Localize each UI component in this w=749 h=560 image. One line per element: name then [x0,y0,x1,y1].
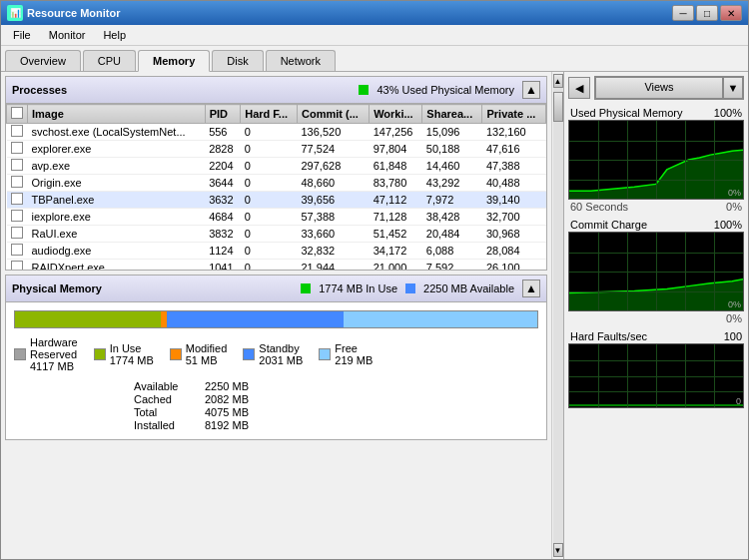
row-shared: 38,428 [422,209,482,226]
table-row[interactable]: Origin.exe 3644 0 48,660 83,780 43,292 4… [7,175,546,192]
table-row[interactable]: explorer.exe 2828 0 77,524 97,804 50,188… [7,141,546,158]
row-hard: 0 [241,175,298,192]
row-checkbox[interactable] [11,261,23,270]
close-button[interactable]: ✕ [720,5,742,21]
row-checkbox[interactable] [11,210,23,222]
grid3-v1 [598,344,599,407]
processes-header: Processes 43% Used Physical Memory ▲ [6,77,546,104]
row-checkbox[interactable] [11,244,23,256]
col-check[interactable] [7,105,28,124]
chart3-percent-top: 100 [724,330,742,342]
physical-collapse[interactable]: ▲ [522,280,540,297]
menu-bar: File Monitor Help [1,25,748,46]
views-button[interactable]: Views [595,77,723,99]
table-row[interactable]: TBPanel.exe 3632 0 39,656 47,112 7,972 3… [7,192,546,209]
tab-cpu[interactable]: CPU [83,50,136,71]
menu-file[interactable]: File [5,27,39,43]
col-hard[interactable]: Hard F... [241,105,298,124]
row-hard: 0 [241,124,298,141]
row-hard: 0 [241,260,298,271]
chart3-label-row: Hard Faults/sec 100 [568,329,744,343]
row-working: 47,112 [370,192,422,209]
free-legend-value: 219 MB [335,354,373,366]
chart2-area: 0% [568,232,744,311]
menu-help[interactable]: Help [95,27,134,43]
tab-network[interactable]: Network [266,50,336,71]
physical-memory-section: Physical Memory 1774 MB In Use 2250 MB A… [5,275,547,440]
row-working: 147,256 [370,124,422,141]
table-row[interactable]: audiodg.exe 1124 0 32,832 34,172 6,088 2… [7,243,546,260]
table-row[interactable]: iexplore.exe 4684 0 57,388 71,128 38,428… [7,209,546,226]
left-scrollbar[interactable]: ▲ ▼ [551,72,563,559]
modified-legend-label: Modified [186,342,228,354]
row-pid: 2204 [205,158,241,175]
processes-section: Processes 43% Used Physical Memory ▲ Ima [5,76,547,271]
stat-available-label: Available [134,380,204,392]
row-working: 21,000 [370,260,422,271]
scroll-down[interactable]: ▼ [553,543,563,557]
grid3-v4 [685,344,686,407]
grid2-v2 [627,233,628,310]
views-dropdown[interactable]: ▼ [723,77,743,99]
row-check[interactable] [7,226,28,243]
row-check[interactable] [7,243,28,260]
tab-overview[interactable]: Overview [5,50,81,71]
row-checkbox[interactable] [11,176,23,188]
free-color [319,348,331,360]
col-private[interactable]: Private ... [482,105,546,124]
processes-table-container[interactable]: Image PID Hard F... Commit (... Worki...… [6,104,546,270]
row-checkbox[interactable] [11,142,23,154]
processes-collapse[interactable]: ▲ [522,81,540,99]
tab-disk[interactable]: Disk [212,50,263,71]
table-row[interactable]: RaUI.exe 3832 0 33,660 51,452 20,484 30,… [7,226,546,243]
scroll-thumb[interactable] [553,92,563,122]
chart1-percent-top: 100% [714,107,742,119]
legend-standby: Standby 2031 MB [243,336,303,372]
minimize-button[interactable]: ─ [672,5,694,21]
row-checkbox[interactable] [11,125,23,137]
menu-monitor[interactable]: Monitor [41,27,94,43]
row-check[interactable] [7,141,28,158]
table-row[interactable]: svchost.exe (LocalSystemNet... 556 0 136… [7,124,546,141]
maximize-button[interactable]: □ [696,5,718,21]
processes-status: 43% Used Physical Memory [376,84,514,96]
processes-info: 43% Used Physical Memory ▲ [359,81,540,99]
row-commit: 77,524 [297,141,369,158]
row-check[interactable] [7,175,28,192]
table-row[interactable]: RAIDXpert.exe 1041 0 21,944 21,000 7,592… [7,260,546,271]
col-image[interactable]: Image [28,105,206,124]
chart2-zero: 0% [726,312,742,324]
row-check[interactable] [7,209,28,226]
inuse-label: 1774 MB In Use [319,282,397,294]
row-pid: 3632 [205,192,241,209]
stat-cached-value: 2082 MB [205,393,275,405]
row-check[interactable] [7,158,28,175]
tabs-bar: Overview CPU Memory Disk Network [1,46,748,72]
scroll-up[interactable]: ▲ [553,74,563,88]
grid2-v5 [714,233,715,310]
tab-memory[interactable]: Memory [138,50,210,72]
row-check[interactable] [7,192,28,209]
col-pid[interactable]: PID [205,105,241,124]
row-checkbox[interactable] [11,227,23,239]
views-nav-button[interactable]: ◀ [568,77,590,99]
row-checkbox[interactable] [11,159,23,171]
row-private: 28,084 [482,243,546,260]
row-checkbox[interactable] [11,193,23,205]
processes-table: Image PID Hard F... Commit (... Worki...… [6,104,546,270]
row-check[interactable] [7,260,28,271]
chart-commit: Commit Charge 100% 0% [568,218,744,325]
hardware-label: Hardware [30,336,78,348]
grid-v1 [598,121,599,199]
col-shared[interactable]: Sharea... [422,105,482,124]
chart2-percent-top: 100% [714,219,742,231]
scroll-track[interactable] [553,88,563,543]
row-check[interactable] [7,124,28,141]
chart2-footer: 0% [568,311,744,325]
col-commit[interactable]: Commit (... [297,105,369,124]
header-checkbox[interactable] [11,107,23,119]
chart3-area: 0 [568,343,744,408]
table-row[interactable]: avp.exe 2204 0 297,628 61,848 14,460 47,… [7,158,546,175]
col-working[interactable]: Worki... [370,105,422,124]
modified-color [170,348,182,360]
